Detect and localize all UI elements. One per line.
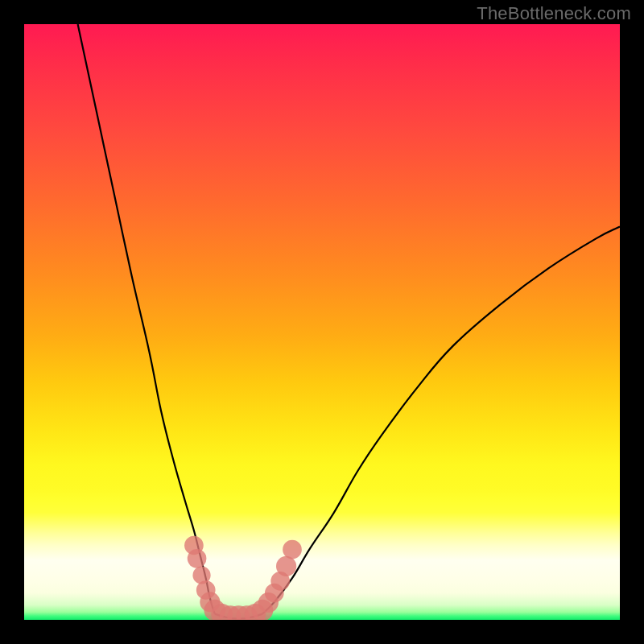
curve-left-branch xyxy=(78,24,215,614)
marker-dot xyxy=(188,549,207,568)
watermark-text: TheBottleneck.com xyxy=(477,3,631,24)
plot-area xyxy=(24,24,620,620)
marker-dot xyxy=(283,540,302,559)
chart-outer: TheBottleneck.com xyxy=(0,0,644,644)
marker-dot xyxy=(276,556,296,576)
curve-layer xyxy=(24,24,620,620)
marker-group xyxy=(184,536,302,620)
curve-right-branch xyxy=(262,227,620,614)
